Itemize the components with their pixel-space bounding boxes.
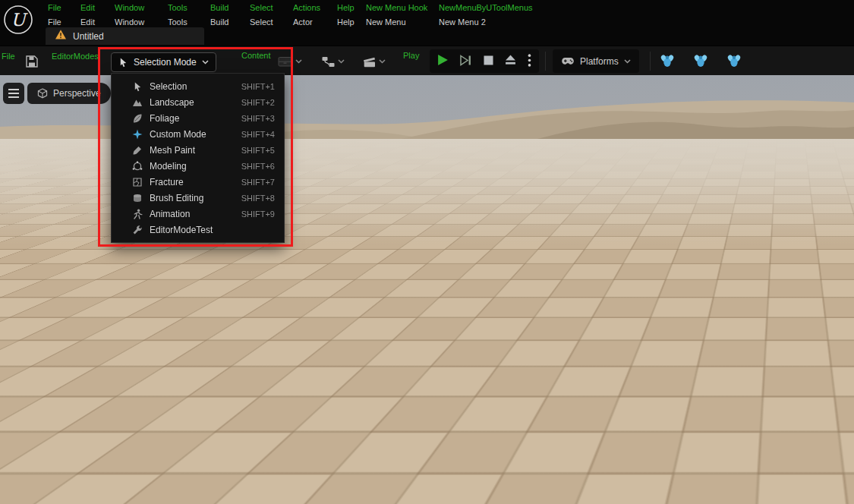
svg-text:U: U [11,10,28,30]
selection-mode-dropdown[interactable]: Selection Mode [111,52,216,72]
mode-dropdown-menu: Selection SHIFT+1 Landscape SHIFT+2 Foli… [111,73,285,243]
play-button[interactable] [437,54,449,68]
stop-button[interactable] [484,55,493,68]
kebab-menu-button[interactable] [528,54,531,69]
menu-item-new-menu[interactable]: New Menu [366,17,427,27]
skip-icon [460,55,471,66]
menu-col-edit: Edit Edit [80,3,95,27]
platforms-label: Platforms [580,56,619,67]
toolbar-divider [650,52,651,71]
menu-col-file: File File [48,3,61,27]
unreal-logo: U [2,4,34,36]
bug-tool-button-3[interactable] [726,52,742,69]
menu-col-select: Select Select [250,3,273,27]
main-toolbar: File EditorModes Selection Mode Content [0,46,854,75]
mode-menu-item-fracture[interactable]: Fracture SHIFT+7 [112,174,284,190]
mode-menu-item-mesh-paint[interactable]: Mesh Paint SHIFT+5 [112,142,284,158]
unreal-editor-window: U File File Edit Edit Window Window Tool… [0,0,854,504]
perspective-cube-icon [37,88,48,99]
mode-menu-item-modeling[interactable]: Modeling SHIFT+6 [112,158,284,174]
bug-tool-button-2[interactable] [692,52,709,69]
perspective-button[interactable]: Perspective [27,83,111,104]
mode-menu-item-landscape[interactable]: Landscape SHIFT+2 [112,94,284,110]
file-debug-label: File [2,52,15,61]
perspective-label: Perspective [53,88,101,99]
titlebar: U File File Edit Edit Window Window Tool… [0,0,854,46]
debug-menu-label: Build [210,3,228,12]
cursor-icon [118,57,128,68]
save-button[interactable] [23,52,41,71]
warning-icon [55,29,67,43]
content-debug-label: Content [241,51,271,60]
mode-menu-item-brush-editing[interactable]: Brush Editing SHIFT+8 [112,190,284,206]
chevron-down-icon [624,59,631,64]
mesh-paint-icon [131,145,143,156]
menu-item-new-menu-2[interactable]: New Menu 2 [439,17,533,27]
skip-button[interactable] [460,55,471,68]
eject-icon [505,55,516,65]
menu-col-new-menu-2: NewMenuByUToolMenus New Menu 2 [439,3,533,27]
viewport-options-button[interactable] [3,83,24,104]
menu-item-tools[interactable]: Tools [168,17,188,27]
debug-menu-label: File [48,3,61,12]
kebab-icon [528,54,531,67]
untitled-tab[interactable]: Untitled [46,27,204,45]
chevron-down-icon [202,60,209,65]
menu-item-help[interactable]: Help [337,17,355,27]
menu-item-window[interactable]: Window [115,17,144,27]
transport-controls [430,49,539,73]
debug-menu-label: New Menu Hook [366,3,427,12]
chevron-down-icon [379,59,386,64]
menu-col-new-menu: New Menu Hook New Menu [366,3,427,27]
cinematics-icon [363,55,376,68]
debug-menu-label: Tools [168,3,188,12]
menu-item-select[interactable]: Select [250,17,273,27]
stop-icon [484,55,493,65]
tab-label: Untitled [73,31,104,42]
bug-tool-button-1[interactable] [659,52,676,69]
menu-item-build[interactable]: Build [210,17,228,27]
blueprints-icon [322,56,335,68]
mode-menu-item-foliage[interactable]: Foliage SHIFT+3 [112,110,284,126]
play-icon [437,54,449,66]
debug-menu-label: NewMenuByUToolMenus [439,3,533,12]
custom-mode-icon [131,129,143,140]
editor-mode-test-icon [131,225,143,235]
bug-icon [726,53,742,68]
cursor-icon [131,81,143,92]
bug-icon [660,53,675,68]
modeling-icon [131,161,143,172]
content-drawer-button[interactable] [278,53,302,70]
menu-item-actor[interactable]: Actor [293,17,320,27]
chevron-down-icon [295,59,302,64]
brush-editing-icon [131,193,143,203]
save-icon [25,55,39,68]
platforms-dropdown[interactable]: Platforms [553,49,639,73]
mode-menu-item-editor-mode-test[interactable]: EditorModeTest [112,222,284,238]
mode-menu-item-animation[interactable]: Animation SHIFT+9 [112,206,284,222]
animation-icon [131,209,143,219]
debug-menu-label: Actions [293,3,320,12]
menu-col-window: Window Window [115,3,144,27]
hamburger-icon [8,87,20,99]
content-drawer-icon [278,55,292,68]
menu-col-actor: Actions Actor [293,3,320,27]
blueprints-button[interactable] [322,53,345,70]
mode-button-label: Selection Mode [134,57,197,68]
debug-menu-label: Select [250,3,273,12]
editormodes-debug-label: EditorModes [52,52,99,61]
mode-menu-item-selection[interactable]: Selection SHIFT+1 [112,78,284,94]
menu-col-tools: Tools Tools [168,3,188,27]
eject-button[interactable] [505,55,516,68]
chevron-down-icon [338,59,345,64]
cinematics-button[interactable] [363,53,386,70]
mode-menu-item-custom-mode[interactable]: Custom Mode SHIFT+4 [112,126,284,142]
toolbar-divider [545,52,546,71]
foliage-icon [131,113,143,124]
menu-item-edit[interactable]: Edit [80,17,95,27]
platforms-icon [561,55,575,68]
landscape-icon [131,97,143,108]
menu-col-build: Build Build [210,3,228,27]
menu-item-file[interactable]: File [48,17,61,27]
debug-menu-label: Edit [80,3,95,12]
